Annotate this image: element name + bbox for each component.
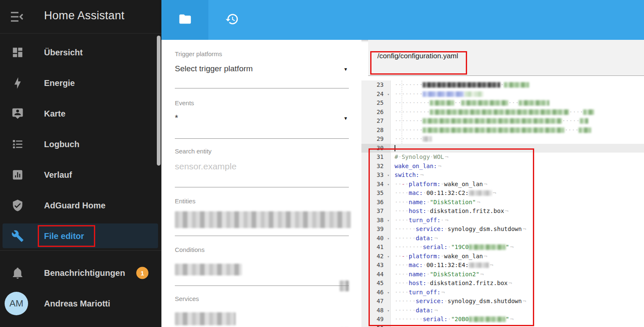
tab-folder[interactable] — [161, 0, 208, 40]
tab-history[interactable] — [208, 0, 255, 40]
line-number: 37 — [361, 207, 391, 216]
code-line[interactable]: 50 — [361, 324, 644, 327]
fold-arrow-icon[interactable]: ▾ — [387, 216, 390, 226]
wrench-icon — [11, 230, 24, 242]
sidebar-item-adguard-home[interactable]: AdGuard Home — [0, 190, 161, 221]
redacted-code — [469, 317, 506, 322]
line-number: 31 — [361, 153, 391, 162]
field-entities: Entities — [175, 197, 349, 228]
fold-arrow-icon[interactable]: ▾ — [387, 171, 390, 180]
sidebar-header: Home Assistant — [0, 0, 161, 34]
code-line[interactable]: 49········serial:·"20B0"¬ — [361, 315, 644, 324]
sidebar-item-label: Energie — [44, 78, 75, 88]
chevron-down-icon[interactable]: ▼ — [343, 116, 348, 121]
code-line[interactable]: 37····host:·diskstation.fritz.box¬ — [361, 207, 644, 216]
code-line[interactable]: 25··············· — [361, 99, 644, 108]
sidebar-item-user-profile[interactable]: AM Andreas Mariotti — [0, 288, 161, 319]
chevron-down-icon[interactable]: ▼ — [343, 67, 348, 72]
sidebar-item-verlauf[interactable]: Verlauf — [0, 159, 161, 190]
fold-arrow-icon[interactable]: ▾ — [387, 234, 390, 244]
code-line[interactable]: 30 — [361, 144, 644, 153]
line-number: 48▾ — [361, 306, 391, 315]
menu-collapse-icon[interactable] — [10, 10, 23, 23]
redacted-code — [519, 100, 549, 106]
sidebar-item-file-editor[interactable]: File editor — [0, 221, 161, 251]
code-line[interactable]: 33▾switch:¬ — [361, 171, 644, 180]
line-number: 23 — [361, 80, 391, 90]
code-line[interactable]: 48▾······data:¬ — [361, 306, 644, 315]
redacted-code — [579, 127, 591, 133]
field-label: Trigger platforms — [175, 50, 349, 57]
code-line[interactable]: 24▾········ — [361, 90, 644, 99]
select-value[interactable]: * — [175, 113, 178, 122]
field-services: Services — [175, 295, 349, 325]
sidebar-item-logbuch[interactable]: Logbuch — [0, 129, 161, 159]
redacted-code — [583, 109, 594, 115]
code-line[interactable]: 23········· — [361, 80, 644, 90]
code-line[interactable]: 39······service:·synology_dsm.shutdown¬ — [361, 225, 644, 234]
fold-arrow-icon[interactable]: ▾ — [387, 252, 390, 262]
sidebar-item-label: AdGuard Home — [44, 200, 106, 210]
code-editor[interactable]: 23·········24▾········25···············2… — [361, 80, 644, 327]
sidebar-item-label: Verlauf — [44, 170, 72, 179]
code-line[interactable]: 36····name:·"DiskStation"¬ — [361, 198, 644, 207]
code-line[interactable]: 38▾····turn_off:·¬ — [361, 216, 644, 225]
line-number: 49 — [361, 315, 391, 324]
field-underline — [175, 138, 349, 139]
code-line[interactable]: 31#·Synology·WOL¬ — [361, 153, 644, 162]
code-line[interactable]: 46▾····turn_off:¬ — [361, 288, 644, 297]
redacted-code — [469, 244, 506, 250]
code-line[interactable]: 43····mac:·00:11:32:E4:¬ — [361, 261, 644, 270]
sidebar-divider — [0, 250, 161, 251]
line-number: 29 — [361, 135, 391, 144]
redacted-code — [430, 100, 454, 106]
line-number: 45 — [361, 279, 391, 288]
redacted-code — [461, 100, 508, 106]
sidebar-item-karte[interactable]: Karte — [0, 98, 161, 129]
redacted-code — [469, 190, 492, 196]
text-cursor — [395, 145, 395, 151]
line-number: 39 — [361, 225, 391, 234]
sidebar-item-label: Karte — [44, 109, 65, 118]
code-line[interactable]: 47······service:·synology_dsm.shutdown¬ — [361, 297, 644, 306]
sidebar: Home Assistant ÜbersichtEnergieKarteLogb… — [0, 0, 161, 327]
code-line[interactable]: 44····name:·"DiskStation2"¬ — [361, 270, 644, 279]
code-line[interactable]: 34▾··-·platform:·wake_on_lan¬ — [361, 180, 644, 189]
code-line[interactable]: 26·············· — [361, 108, 644, 117]
fold-arrow-icon[interactable]: ▾ — [387, 288, 390, 298]
code-line[interactable]: 45····host:·diskstation2.fritz.box¬ — [361, 279, 644, 288]
field-label: Services — [175, 295, 349, 302]
file-path[interactable]: /config/configuration.yaml — [377, 52, 458, 60]
code-line[interactable]: 29········ — [361, 135, 644, 144]
map-person-icon — [11, 107, 24, 120]
sidebar-item-energie[interactable]: Energie — [0, 67, 161, 98]
redacted-code — [465, 91, 483, 97]
select-value[interactable]: Select trigger platform — [175, 64, 253, 73]
code-line[interactable]: 28············ — [361, 126, 644, 135]
file-path-bar: /config/configuration.yaml — [368, 40, 644, 76]
code-line[interactable]: 40▾······data:¬ — [361, 234, 644, 243]
code-line[interactable]: 35····mac:·00:11:32:C2:¬ — [361, 189, 644, 198]
code-line[interactable]: 41········serial:·"19C0"¬ — [361, 243, 644, 252]
line-number: 25 — [361, 99, 391, 108]
line-number: 41 — [361, 243, 391, 252]
input-placeholder[interactable]: sensor.example — [175, 161, 236, 171]
lightning-icon — [11, 77, 24, 89]
fold-arrow-icon[interactable]: ▾ — [387, 180, 390, 189]
sidebar-item-notifications[interactable]: Benachrichtigungen 1 — [0, 257, 161, 288]
line-number: 40▾ — [361, 234, 391, 243]
logbook-list-icon — [11, 138, 24, 151]
avatar: AM — [5, 292, 28, 315]
redacted-code — [430, 109, 569, 115]
trigger-panel: Trigger platformsSelect trigger platform… — [161, 40, 361, 327]
sidebar-scrollbar[interactable] — [157, 36, 161, 166]
sidebar-item-label: Übersicht — [44, 47, 83, 57]
fold-arrow-icon[interactable]: ▾ — [387, 306, 390, 316]
code-line[interactable]: 27············· — [361, 117, 644, 126]
code-line[interactable]: 32wake_on_lan:¬ — [361, 162, 644, 171]
fold-arrow-icon[interactable]: ▾ — [387, 90, 390, 99]
code-line[interactable]: 42▾··-·platform:·wake_on_lan¬ — [361, 252, 644, 261]
field-search-entity: Search entitysensor.example — [175, 148, 349, 173]
sidebar-item-übersicht[interactable]: Übersicht — [0, 37, 161, 67]
line-number: 26 — [361, 108, 391, 117]
